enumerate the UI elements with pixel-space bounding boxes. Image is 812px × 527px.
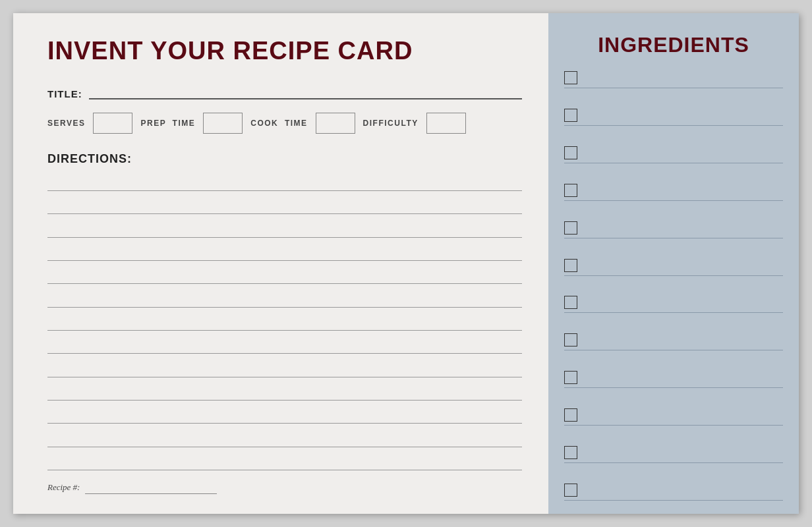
directions-label: DIRECTIONS: [47, 152, 522, 166]
ingredient-row [564, 221, 783, 238]
ingredient-row [564, 258, 783, 276]
title-label: TITLE: [47, 88, 82, 99]
title-row: TITLE: [47, 84, 522, 99]
ingredient-input[interactable] [584, 295, 783, 310]
ingredient-checkbox[interactable] [564, 484, 577, 497]
ingredient-input[interactable] [584, 370, 783, 385]
direction-line[interactable] [47, 289, 522, 308]
recipe-num-label: Recipe #: [47, 482, 80, 493]
direction-line[interactable] [47, 173, 522, 191]
difficulty-label: DIFFICULTY [363, 119, 419, 128]
ingredient-row [564, 146, 783, 163]
direction-line[interactable] [47, 452, 522, 470]
ingredient-row [564, 483, 783, 501]
ingredient-checkbox[interactable] [564, 109, 577, 122]
page-title: INVENT YOUR RECIPE CARD [47, 37, 522, 65]
serves-input[interactable] [93, 113, 132, 134]
direction-line[interactable] [47, 242, 522, 261]
right-panel: INGREDIENTS [548, 13, 799, 514]
ingredients-list [564, 70, 783, 501]
direction-line[interactable] [47, 312, 522, 331]
ingredient-row [564, 295, 783, 313]
direction-line[interactable] [47, 359, 522, 377]
ingredient-checkbox[interactable] [564, 259, 577, 272]
difficulty-input[interactable] [426, 113, 466, 134]
ingredient-input[interactable] [584, 146, 783, 160]
ingredient-row [564, 183, 783, 201]
ingredient-checkbox[interactable] [564, 371, 577, 384]
direction-line[interactable] [47, 265, 522, 284]
recipe-card: INVENT YOUR RECIPE CARD TITLE: SERVES PR… [13, 13, 799, 514]
recipe-num-row: Recipe #: [47, 481, 522, 494]
left-panel: INVENT YOUR RECIPE CARD TITLE: SERVES PR… [13, 13, 548, 514]
direction-line[interactable] [47, 405, 522, 424]
ingredient-input[interactable] [584, 483, 783, 497]
ingredient-row [564, 408, 783, 426]
ingredient-checkbox[interactable] [564, 184, 577, 197]
ingredient-input[interactable] [584, 108, 783, 123]
direction-line[interactable] [47, 429, 522, 447]
ingredient-checkbox[interactable] [564, 446, 577, 459]
ingredient-checkbox[interactable] [564, 408, 577, 422]
ingredient-input[interactable] [584, 221, 783, 235]
ingredient-input[interactable] [584, 408, 783, 422]
ingredient-input[interactable] [584, 183, 783, 198]
ingredients-title: INGREDIENTS [598, 33, 749, 57]
direction-line[interactable] [47, 335, 522, 354]
ingredient-row [564, 370, 783, 388]
cook-time-input[interactable] [316, 113, 355, 134]
ingredient-checkbox[interactable] [564, 71, 577, 84]
ingredient-row [564, 108, 783, 126]
meta-row: SERVES PREP TIME COOK TIME DIFFICULTY [47, 113, 522, 134]
ingredient-row [564, 70, 783, 88]
ingredient-input[interactable] [584, 70, 783, 85]
ingredient-checkbox[interactable] [564, 221, 577, 235]
ingredient-input[interactable] [584, 258, 783, 273]
ingredient-row [564, 333, 783, 350]
ingredient-input[interactable] [584, 333, 783, 347]
prep-time-label: PREP TIME [140, 119, 195, 128]
title-input[interactable] [89, 84, 522, 99]
ingredient-checkbox[interactable] [564, 296, 577, 309]
cook-time-label: COOK TIME [250, 119, 307, 128]
serves-label: SERVES [47, 119, 85, 128]
direction-line[interactable] [47, 382, 522, 401]
ingredient-checkbox[interactable] [564, 333, 577, 347]
direction-line[interactable] [47, 196, 522, 214]
ingredient-row [564, 445, 783, 463]
prep-time-input[interactable] [203, 113, 243, 134]
directions-area [47, 173, 522, 470]
ingredient-checkbox[interactable] [564, 146, 577, 159]
ingredient-input[interactable] [584, 445, 783, 460]
recipe-num-input[interactable] [85, 481, 217, 494]
direction-line[interactable] [47, 219, 522, 238]
